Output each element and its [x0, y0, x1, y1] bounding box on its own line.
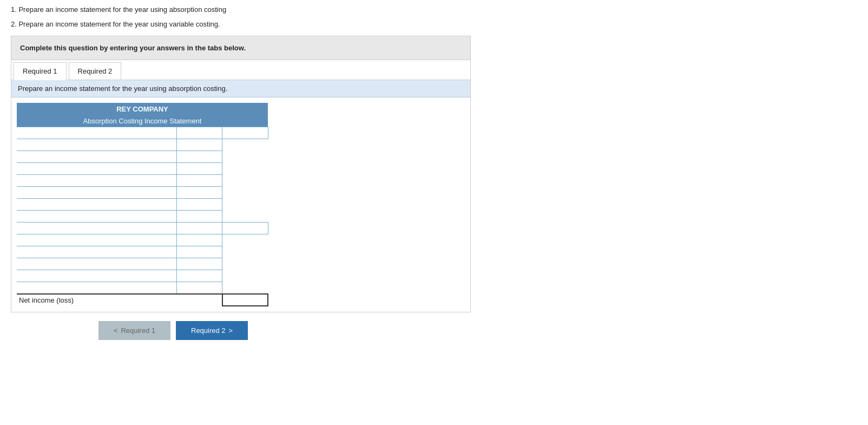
mid-input-12[interactable] — [177, 258, 222, 270]
table-row — [17, 151, 268, 163]
right-spacer-2 — [222, 139, 268, 151]
net-income-spacer — [176, 294, 222, 306]
label-input-12[interactable] — [17, 258, 176, 270]
table-row — [17, 246, 268, 258]
label-cell-4[interactable] — [17, 163, 176, 175]
label-input-13[interactable] — [17, 270, 176, 282]
prev-button-label: Required 1 — [121, 326, 155, 335]
right-input-9[interactable] — [222, 223, 267, 234]
mid-input-10[interactable] — [177, 234, 222, 246]
table-row — [17, 187, 268, 199]
instruction-box: Complete this question by entering your … — [11, 36, 471, 60]
label-input-9[interactable] — [17, 223, 176, 234]
mid-input-9[interactable] — [177, 223, 222, 234]
mid-cell-11[interactable] — [176, 246, 222, 258]
label-cell-13[interactable] — [17, 270, 176, 282]
tabs-container: Required 1 Required 2 Prepare an income … — [11, 60, 471, 312]
table-row — [17, 270, 268, 282]
label-input-4[interactable] — [17, 163, 176, 174]
label-cell-7[interactable] — [17, 199, 176, 211]
mid-cell-12[interactable] — [176, 258, 222, 270]
next-button[interactable]: Required 2 — [176, 321, 248, 340]
mid-input-7[interactable] — [177, 199, 222, 210]
label-cell-6[interactable] — [17, 187, 176, 199]
mid-cell-4[interactable] — [176, 163, 222, 175]
statement-table-container: REY COMPANY Absorption Costing Income St… — [11, 97, 470, 312]
table-row — [17, 258, 268, 270]
mid-cell-8[interactable] — [176, 211, 222, 223]
label-cell-8[interactable] — [17, 211, 176, 223]
tab-required2[interactable]: Required 2 — [69, 62, 122, 80]
mid-cell-5[interactable] — [176, 175, 222, 187]
intro-line2: 2. Prepare an income statement for the y… — [11, 20, 857, 28]
subtitle-row: Absorption Costing Income Statement — [17, 115, 268, 127]
mid-cell-3[interactable] — [176, 151, 222, 163]
mid-input-4[interactable] — [177, 163, 222, 174]
label-input-14[interactable] — [17, 282, 176, 293]
label-input-10[interactable] — [17, 234, 176, 246]
right-input-1[interactable] — [222, 127, 267, 139]
tab-instruction: Prepare an income statement for the year… — [11, 80, 470, 97]
prev-arrow-icon — [114, 326, 118, 335]
table-row — [17, 163, 268, 175]
mid-cell-6[interactable] — [176, 187, 222, 199]
label-cell-5[interactable] — [17, 175, 176, 187]
mid-input-1[interactable] — [177, 127, 222, 139]
label-input-6[interactable] — [17, 187, 176, 198]
prev-button[interactable]: Required 1 — [98, 321, 170, 340]
mid-cell-10[interactable] — [176, 234, 222, 246]
right-spacer-12 — [222, 258, 268, 270]
mid-cell-2[interactable] — [176, 139, 222, 151]
mid-input-6[interactable] — [177, 187, 222, 198]
mid-input-11[interactable] — [177, 246, 222, 258]
mid-input-5[interactable] — [177, 175, 222, 186]
tab-required1[interactable]: Required 1 — [14, 62, 67, 80]
table-row — [17, 127, 268, 139]
right-cell-1[interactable] — [222, 127, 268, 139]
label-input-11[interactable] — [17, 246, 176, 258]
right-spacer-7 — [222, 199, 268, 211]
label-cell-12[interactable] — [17, 258, 176, 270]
label-input-3[interactable] — [17, 151, 176, 162]
mid-input-3[interactable] — [177, 151, 222, 162]
company-name-row: REY COMPANY — [17, 103, 268, 115]
right-spacer-4 — [222, 163, 268, 175]
label-input-7[interactable] — [17, 199, 176, 210]
mid-input-8[interactable] — [177, 211, 222, 222]
label-input-5[interactable] — [17, 175, 176, 186]
mid-cell-9[interactable] — [176, 223, 222, 234]
label-input-2[interactable] — [17, 139, 176, 151]
income-statement-table: REY COMPANY Absorption Costing Income St… — [17, 103, 268, 306]
mid-input-14[interactable] — [177, 282, 222, 293]
label-cell-3[interactable] — [17, 151, 176, 163]
label-cell-9[interactable] — [17, 223, 176, 234]
subtitle-cell: Absorption Costing Income Statement — [17, 115, 268, 127]
next-arrow-icon — [229, 326, 233, 335]
label-cell-14[interactable] — [17, 282, 176, 294]
mid-cell-7[interactable] — [176, 199, 222, 211]
mid-input-13[interactable] — [177, 270, 222, 282]
net-income-input[interactable] — [223, 295, 267, 305]
right-spacer-3 — [222, 151, 268, 163]
net-income-row: Net income (loss) — [17, 294, 268, 306]
mid-cell-14[interactable] — [176, 282, 222, 294]
label-cell-10[interactable] — [17, 234, 176, 246]
label-cell-1[interactable] — [17, 127, 176, 139]
label-cell-11[interactable] — [17, 246, 176, 258]
table-row — [17, 234, 268, 246]
table-row — [17, 223, 268, 234]
label-input-1[interactable] — [17, 127, 176, 139]
next-button-label: Required 2 — [191, 326, 226, 335]
table-row — [17, 175, 268, 187]
label-cell-2[interactable] — [17, 139, 176, 151]
mid-cell-13[interactable] — [176, 270, 222, 282]
tab-content: Prepare an income statement for the year… — [11, 80, 470, 312]
intro-line1: 1. Prepare an income statement for the y… — [11, 5, 857, 14]
right-spacer-14 — [222, 282, 268, 294]
label-input-8[interactable] — [17, 211, 176, 222]
right-cell-9[interactable] — [222, 223, 268, 234]
mid-cell-1[interactable] — [176, 127, 222, 139]
mid-input-2[interactable] — [177, 139, 222, 151]
instruction-text: Complete this question by entering your … — [20, 44, 246, 52]
net-income-value-cell[interactable] — [222, 294, 268, 306]
